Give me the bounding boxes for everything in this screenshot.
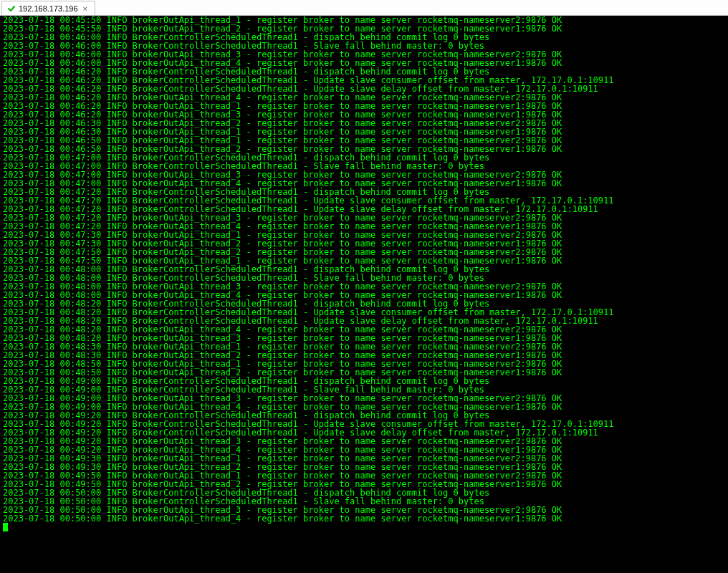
tab-title: 192.168.173.196	[19, 4, 78, 13]
cursor	[3, 523, 8, 531]
tab-bar: 192.168.173.196 ×	[0, 0, 728, 16]
connected-icon	[8, 5, 15, 12]
session-tab[interactable]: 192.168.173.196 ×	[1, 1, 95, 15]
terminal[interactable]: 2023-07-18 00:45:50 INFO brokerOutApi_th…	[0, 16, 728, 573]
terminal-output: 2023-07-18 00:45:50 INFO brokerOutApi_th…	[3, 16, 728, 531]
close-icon[interactable]: ×	[82, 4, 89, 13]
